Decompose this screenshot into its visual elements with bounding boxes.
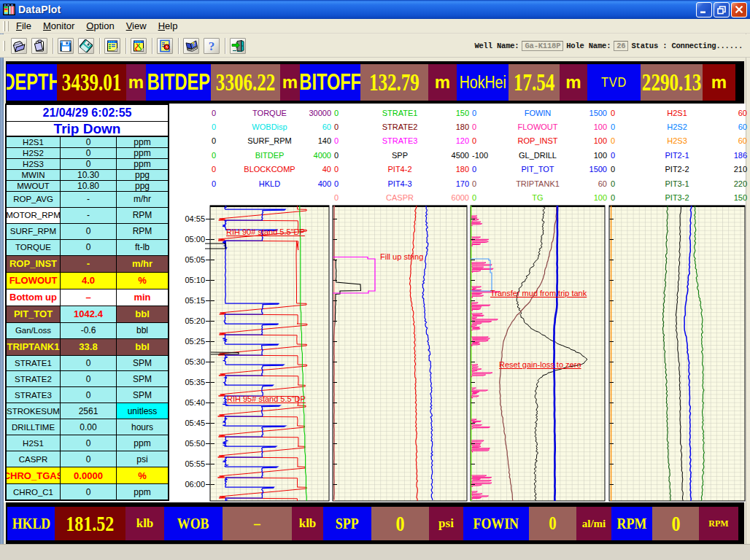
bitoff-unit-text: m (435, 72, 450, 93)
cell-name: PIT_TOT (7, 306, 61, 323)
bitoff-label: BITOFF (300, 64, 360, 101)
save-button[interactable] (58, 38, 74, 54)
clipboard-button[interactable] (31, 38, 47, 54)
cell-unit: ppm (117, 159, 168, 170)
scale-max: 4500 (333, 151, 469, 160)
hokhei-label: HokHei (457, 64, 509, 101)
menu-grip[interactable] (3, 21, 5, 31)
toolbar-grip[interactable] (3, 41, 5, 51)
cell-name: H2S2 (7, 148, 61, 159)
spp-label: SPP (323, 507, 371, 540)
spp-value-text: 0 (396, 511, 405, 536)
cell-value: 0 (61, 387, 117, 403)
cell-name: ROP_AVG (7, 192, 61, 208)
scale-max: 100 (471, 136, 607, 145)
track-2-bg (333, 206, 467, 501)
menu-option[interactable]: Option (80, 19, 120, 34)
datetime: 21/04/29 6:02:55 (7, 105, 168, 122)
wob-unit: klb (292, 507, 323, 540)
hokhei-value: 17.54 (509, 64, 560, 101)
scale-max: 210 (609, 165, 747, 174)
window-border-left (0, 20, 4, 560)
save-as-button[interactable] (78, 38, 94, 54)
rpm-unit-text: RPM (708, 518, 728, 529)
tvd-label-text: TVD (601, 75, 627, 90)
cell-unit: ppm (117, 148, 168, 159)
menu-file[interactable]: File (10, 19, 37, 34)
toolbar-separator (225, 38, 226, 54)
spp-unit: psi (429, 507, 463, 540)
menu-grip2[interactable] (7, 21, 9, 31)
chart-annotation: Transfer mud from trip tank (490, 289, 587, 298)
cell-name: ROP_INST (7, 256, 61, 273)
fowin-value-text: 0 (549, 513, 556, 534)
well-name-value[interactable]: Ga-K118P (522, 41, 563, 51)
cell-unit: bbl (117, 323, 168, 339)
menu-monitor[interactable]: Monitor (37, 19, 80, 34)
hkld-label-text: HKLD (12, 515, 50, 533)
cell-unit: unitless (117, 403, 168, 419)
cell-value: -0.6 (61, 323, 117, 339)
restore-button[interactable] (714, 2, 730, 18)
hkld-value-text: 181.52 (66, 511, 115, 536)
spp-value: 0 (371, 507, 429, 540)
hole-name-value[interactable]: 26 (614, 41, 628, 51)
menu-help[interactable]: Help (152, 19, 184, 34)
bitdep-unit-text: m (282, 72, 298, 93)
help-book-button[interactable]: ? (183, 38, 199, 54)
table-row-flowout: FLOWOUT4.0% (7, 273, 168, 289)
track-1-bg (210, 206, 329, 501)
wob-label-text: WOB (177, 515, 209, 533)
wob-value: – (223, 507, 292, 540)
help-button[interactable]: ? (204, 38, 220, 54)
spp-unit-text: psi (438, 516, 454, 531)
scale-max: 100 (471, 122, 607, 131)
cell-name: H2S3 (7, 159, 61, 170)
alarm-report-button[interactable] (157, 38, 173, 54)
well-name-label: Well Name: (474, 42, 519, 50)
cell-value: 0 (61, 240, 117, 256)
cell-unit: hours (117, 419, 168, 435)
scale-max: 180 (333, 122, 469, 131)
menu-items: FileMonitorOptionViewHelp (10, 19, 183, 34)
hokhei-label-text: HokHei (459, 73, 506, 93)
close-button[interactable] (731, 2, 747, 18)
depth-label-text: DEPTH (7, 69, 57, 96)
cell-unit: ppg (117, 181, 168, 192)
cell-name: MOTOR_RPM (7, 208, 61, 224)
cell-name: DRILLTIME (7, 419, 61, 435)
table-row-motor-rpm: MOTOR_RPM-RPM (7, 208, 168, 224)
table-row-h2s1: H2S10ppm (7, 137, 168, 148)
minimize-button[interactable] (696, 2, 712, 18)
plot-window-icon (132, 39, 145, 52)
tvd-unit: m (703, 64, 735, 101)
open-button[interactable] (11, 38, 27, 54)
exit-icon (231, 39, 244, 52)
plot-window-button[interactable] (131, 38, 147, 54)
rpm-label: RPM (611, 507, 652, 540)
data-sheet-button[interactable] (104, 38, 120, 54)
bitoff-label-text: BITOFF (300, 69, 360, 96)
cell-value: 4.0 (61, 273, 117, 289)
menu-view[interactable]: View (120, 19, 152, 34)
table-row-mwout: MWOUT10.80ppg (7, 181, 168, 192)
scale-max: 100 (471, 193, 607, 202)
scale-max: 180 (333, 165, 469, 174)
help-book-icon: ? (185, 39, 198, 52)
table-row-rop-avg: ROP_AVG-m/hr (7, 192, 168, 208)
tvd-value-text: 2290.13 (642, 69, 702, 96)
readings-table: 21/04/29 6:02:55 Trip Down H2S10ppmH2S20… (5, 104, 169, 501)
table-row-chro-c1: CHRO_C10ppm (7, 484, 168, 499)
chart-annotation: RIH 95# stand 5.5"DP (227, 394, 306, 403)
bitoff-value-text: 132.79 (369, 69, 420, 96)
cell-unit: bbl (117, 339, 168, 356)
top-value-banner: DEPTH3439.01mBITDEP3306.22mBITOFF132.79m… (6, 61, 744, 104)
cell-unit: ppm (117, 137, 168, 148)
tvd-unit-text: m (711, 72, 727, 93)
bitdep-label: BITDEP (146, 64, 211, 101)
save-disk-icon (80, 39, 93, 52)
scale-max: 100 (471, 151, 607, 160)
fowin-value: 0 (529, 507, 576, 540)
cell-unit: bbl (117, 306, 168, 323)
exit-button[interactable] (230, 38, 246, 54)
